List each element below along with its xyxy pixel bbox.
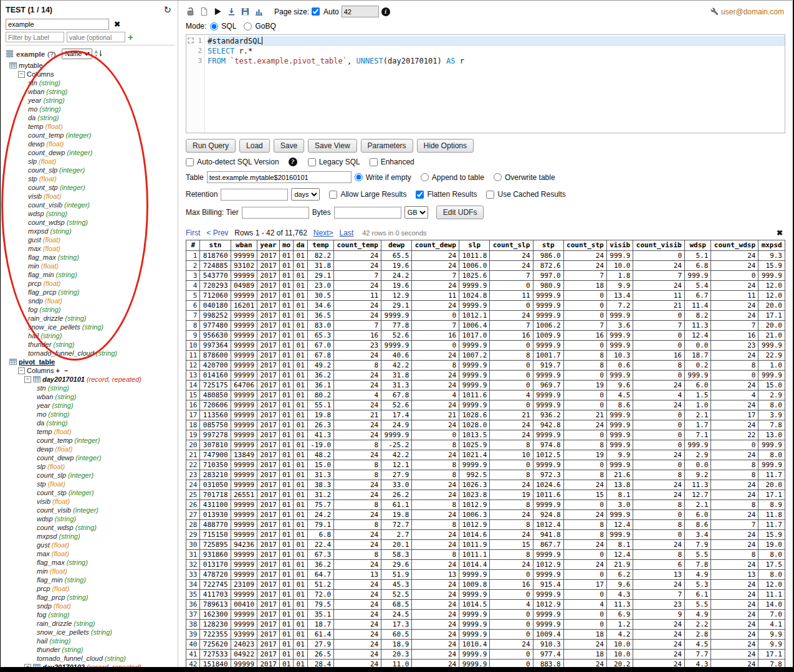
autodetect-checkbox[interactable] bbox=[186, 158, 194, 166]
help-icon[interactable]: ? bbox=[289, 158, 297, 166]
schema-field[interactable]: count_visib(integer) bbox=[6, 201, 175, 209]
append-radio[interactable] bbox=[421, 173, 429, 181]
allow-large-results-checkbox[interactable] bbox=[329, 191, 337, 199]
schema-field[interactable]: count_dewp(integer) bbox=[6, 148, 175, 157]
schema-field[interactable]: flag_prcp(string) bbox=[6, 593, 175, 602]
next-page-link[interactable]: Next> bbox=[313, 229, 333, 237]
gobq-radio[interactable] bbox=[244, 22, 252, 31]
sql-radio[interactable] bbox=[210, 22, 218, 31]
autodetect-option[interactable]: Auto-detect SQL Version bbox=[186, 158, 279, 166]
schema-field[interactable]: count_slp(integer) bbox=[6, 166, 175, 174]
new-query-icon[interactable] bbox=[199, 7, 209, 16]
schema-field[interactable]: count_wdsp(string) bbox=[6, 218, 175, 227]
schema-field[interactable]: sndp(float) bbox=[6, 602, 175, 610]
schema-field[interactable]: count_wdsp(string) bbox=[6, 523, 175, 532]
schema-field[interactable]: mxpsd(string) bbox=[6, 532, 175, 541]
billing-tier-input[interactable] bbox=[242, 207, 309, 219]
schema-field[interactable]: min(float) bbox=[6, 262, 175, 270]
schema-field[interactable]: sndp(float) bbox=[6, 296, 175, 305]
schema-field[interactable]: dewp(float) bbox=[6, 140, 175, 148]
schema-field[interactable]: flag_max(string) bbox=[6, 558, 175, 567]
load-button[interactable]: Load bbox=[239, 139, 270, 153]
collapse-icon[interactable] bbox=[18, 367, 25, 374]
clear-search-icon[interactable]: ✖ bbox=[114, 20, 120, 29]
schema-field[interactable]: dewp(float) bbox=[6, 445, 175, 453]
schema-field[interactable]: hail(string) bbox=[6, 637, 175, 645]
append-option[interactable]: Append to table bbox=[421, 173, 484, 182]
collapse-icon[interactable] bbox=[18, 71, 25, 78]
destination-table-input[interactable] bbox=[207, 171, 352, 183]
schema-field[interactable]: prcp(float) bbox=[6, 279, 175, 288]
mode-option-sql[interactable]: SQL bbox=[210, 22, 236, 31]
save-button[interactable]: Save bbox=[274, 139, 304, 153]
schema-field[interactable]: da(string) bbox=[6, 113, 175, 122]
schema-field[interactable]: year(string) bbox=[6, 401, 175, 410]
schema-field[interactable]: count_temp(integer) bbox=[6, 436, 175, 445]
expand-icon[interactable] bbox=[24, 664, 31, 668]
sort-icon[interactable]: AZ bbox=[95, 50, 103, 58]
cached-results-checkbox[interactable] bbox=[486, 191, 494, 199]
schema-field[interactable]: tornado_funnel_cloud(string) bbox=[6, 349, 175, 357]
schema-field[interactable]: rain_drizzle(string) bbox=[6, 619, 175, 628]
write-if-empty-radio[interactable] bbox=[355, 173, 363, 181]
refresh-icon[interactable]: ↻ bbox=[163, 4, 171, 16]
schema-field[interactable]: year(string) bbox=[6, 96, 175, 105]
auto-page-size-checkbox[interactable] bbox=[312, 7, 320, 16]
schema-field[interactable]: gust(float) bbox=[6, 235, 175, 244]
schema-field[interactable]: flag_max(string) bbox=[6, 253, 175, 262]
schema-field[interactable]: stp(float) bbox=[6, 174, 175, 183]
hide-options-button[interactable]: Hide Options bbox=[417, 139, 474, 153]
legacy-sql-option[interactable]: Legacy SQL bbox=[308, 158, 360, 166]
schema-field[interactable]: mxpsd(string) bbox=[6, 227, 175, 235]
chart-icon[interactable] bbox=[254, 7, 264, 16]
schema-field[interactable]: count_slp(integer) bbox=[6, 471, 175, 480]
page-size-input[interactable] bbox=[342, 6, 379, 17]
record-node-day20170101[interactable]: day20170101(record, repeated) bbox=[6, 375, 175, 384]
dataset-search-input[interactable] bbox=[6, 19, 109, 30]
value-filter-input[interactable] bbox=[67, 32, 125, 42]
legacy-sql-checkbox[interactable] bbox=[308, 158, 316, 166]
last-page-link[interactable]: Last bbox=[340, 229, 354, 237]
sql-editor[interactable]: 123 #standardSQLSELECT r.*FROM `test.exa… bbox=[186, 34, 785, 133]
overwrite-radio[interactable] bbox=[494, 173, 502, 181]
schema-field[interactable]: temp(float) bbox=[6, 427, 175, 436]
save-icon[interactable] bbox=[241, 7, 250, 16]
schema-field[interactable]: stn(string) bbox=[6, 78, 175, 87]
sort-select[interactable]: Name bbox=[62, 49, 92, 59]
schema-field[interactable]: snow_ice_pellets(string) bbox=[6, 323, 175, 331]
record-node-day20170102[interactable]: day20170102(record, repeated) bbox=[6, 663, 175, 667]
schema-field[interactable]: max(float) bbox=[6, 549, 175, 558]
schema-field[interactable]: slp(float) bbox=[6, 157, 175, 166]
schema-field[interactable]: count_stp(integer) bbox=[6, 488, 175, 497]
schema-field[interactable]: rain_drizzle(string) bbox=[6, 314, 175, 323]
mode-option-gobq[interactable]: GoBQ bbox=[244, 22, 275, 31]
bytes-unit-select[interactable]: GB bbox=[404, 206, 428, 219]
overwrite-option[interactable]: Overwrite table bbox=[494, 173, 555, 182]
schema-field[interactable]: mo(string) bbox=[6, 105, 175, 113]
table-node-mytable[interactable]: mytable bbox=[6, 61, 175, 70]
editor-code[interactable]: #standardSQLSELECT r.*FROM `test.example… bbox=[205, 35, 785, 133]
collapse-icon[interactable] bbox=[24, 376, 31, 383]
cached-results-option[interactable]: Use Cached Results bbox=[486, 190, 565, 199]
schema-field[interactable]: count_dewp(integer) bbox=[6, 453, 175, 462]
schema-field[interactable]: fog(string) bbox=[6, 305, 175, 314]
run-icon[interactable] bbox=[213, 7, 222, 16]
schema-field[interactable]: stp(float) bbox=[6, 480, 175, 488]
schema-field[interactable]: count_stp(integer) bbox=[6, 183, 175, 192]
run-query-button[interactable]: Run Query bbox=[186, 139, 236, 153]
columns-node-mytable[interactable]: Columns bbox=[6, 70, 175, 78]
edit-udfs-button[interactable]: Edit UDFs bbox=[436, 206, 484, 219]
enhanced-option[interactable]: Enhanced bbox=[370, 158, 414, 166]
flatten-results-option[interactable]: Flatten Results bbox=[416, 190, 477, 199]
parameters-button[interactable]: Parameters bbox=[361, 139, 413, 153]
add-filter-icon[interactable]: + bbox=[128, 32, 133, 42]
bytes-input[interactable] bbox=[334, 207, 401, 219]
schema-field[interactable]: max(float) bbox=[6, 244, 175, 253]
schema-field[interactable]: count_visib(integer) bbox=[6, 506, 175, 514]
save-view-button[interactable]: Save View bbox=[308, 139, 356, 153]
columns-node-pivot-table[interactable]: Columns + − bbox=[6, 366, 175, 375]
schema-field[interactable]: count_temp(integer) bbox=[6, 131, 175, 140]
schema-field[interactable]: snow_ice_pellets(string) bbox=[6, 628, 175, 637]
first-page-link[interactable]: First bbox=[186, 229, 200, 237]
schema-field[interactable]: visib(float) bbox=[6, 192, 175, 201]
